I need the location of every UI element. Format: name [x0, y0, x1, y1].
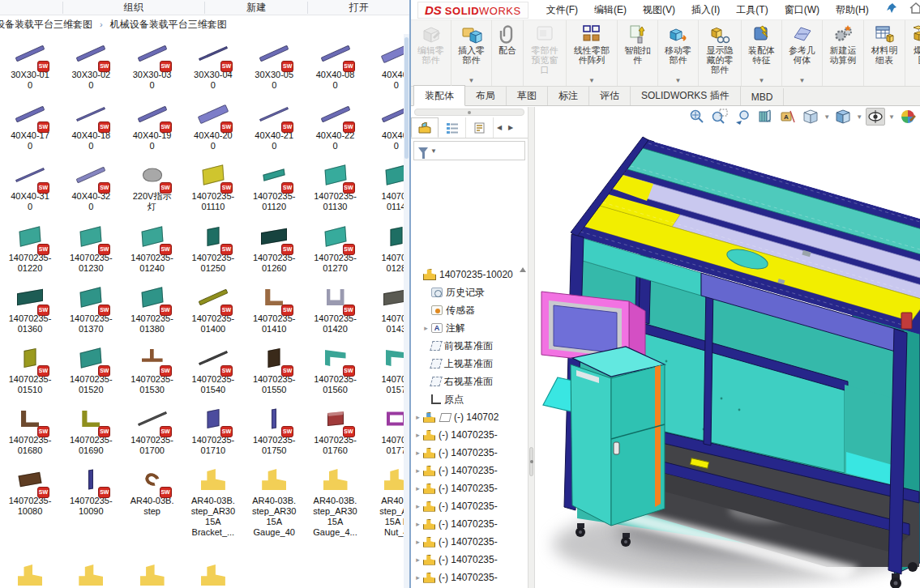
file-item[interactable]: SW14070235-01410 — [242, 283, 306, 334]
expand-arrow-icon[interactable]: ▸ — [413, 520, 423, 528]
file-item[interactable]: SW14070235-01420 — [304, 283, 367, 334]
tree-item-component[interactable]: ▸(-) 14070235- — [411, 444, 528, 462]
panel-splitter-horizontal[interactable] — [414, 109, 524, 116]
file-item[interactable]: SW14070235-01560 — [304, 343, 367, 395]
file-item[interactable]: SW30X30-040 — [182, 39, 245, 91]
tree-item-前视基准面[interactable]: 前视基准面 — [411, 337, 528, 355]
file-item[interactable]: SW40X40-0 — [365, 100, 404, 151]
ribbon-button-move-component[interactable]: 移动零部件▼ — [658, 20, 699, 86]
tree-item-原点[interactable]: 原点 — [411, 390, 528, 408]
menu-item[interactable]: 插入(I) — [683, 0, 728, 20]
file-item[interactable]: SW14070235-01540 — [182, 343, 245, 395]
file-item[interactable]: SW40X40-180 — [59, 100, 122, 151]
file-item[interactable]: SW14070235-01400 — [182, 283, 245, 334]
explorer-scrollbar[interactable] — [404, 34, 409, 588]
file-item[interactable]: SW30X30-020 — [59, 39, 122, 91]
file-item[interactable]: SW14070235-01360 — [0, 283, 62, 334]
file-item[interactable]: SW14070235-01550 — [242, 343, 306, 395]
tree-item-component[interactable]: ▸(-) 14070235- — [411, 569, 528, 586]
tree-filter[interactable]: ▼ — [413, 141, 525, 160]
file-item[interactable]: SW40X40-200 — [182, 100, 245, 151]
display-style-dropdown-icon[interactable]: ▼ — [856, 113, 862, 121]
file-item[interactable]: SW1407020114 — [365, 160, 404, 212]
tree-item-传感器[interactable]: 传感器 — [411, 301, 528, 319]
tree-item-component[interactable]: ▸(-) 14070235- — [411, 515, 528, 533]
command-organize[interactable]: 组织 — [63, 1, 204, 15]
previous-view[interactable] — [733, 108, 752, 126]
tree-item-历史记录[interactable]: 历史记录 — [411, 283, 528, 301]
file-item[interactable]: SW1407020143 — [365, 283, 404, 334]
tab-草图[interactable]: 草图 — [507, 86, 548, 105]
expand-arrow-icon[interactable]: ▸ — [413, 484, 423, 492]
pin-icon[interactable] — [886, 2, 897, 17]
tree-item-右视基准面[interactable]: 右视基准面 — [411, 373, 528, 390]
expand-arrow-icon[interactable]: ▸ — [413, 431, 423, 439]
tab-装配体[interactable]: 装配体 — [413, 85, 465, 106]
command-open[interactable]: 打开 — [308, 1, 409, 15]
view-orientation-dropdown-icon[interactable]: ▼ — [824, 113, 830, 121]
tree-root[interactable]: 14070235-10020 — [411, 266, 528, 283]
file-item[interactable]: SW14070235-01250 — [182, 222, 245, 274]
expand-arrow-icon[interactable]: ▸ — [413, 556, 423, 564]
panel-splitter-vertical[interactable] — [528, 107, 535, 588]
tab-scroll-left-icon[interactable]: ◀ — [494, 117, 505, 138]
file-item[interactable]: SW30X30-010 — [0, 39, 62, 91]
file-item[interactable]: SW40X40-210 — [242, 100, 306, 151]
file-item[interactable]: SW14070235-01120 — [242, 160, 306, 212]
file-item[interactable]: SW14070235-01220 — [0, 222, 62, 274]
tree-item-注解[interactable]: ▸A注解 — [411, 319, 528, 337]
tree-item-component[interactable]: ▸(-) 14070235- — [411, 497, 528, 515]
tab-标注[interactable]: 标注 — [548, 86, 589, 105]
file-item[interactable]: SW40X40-320 — [59, 160, 122, 212]
file-item[interactable]: SW40X40-220 — [304, 100, 367, 151]
tab-configuration-manager[interactable] — [466, 117, 494, 138]
menu-item[interactable]: 编辑(E) — [586, 0, 635, 20]
file-item[interactable]: SW14070235-01260 — [242, 222, 306, 274]
ribbon-button-insert-component[interactable]: 插入零部件▼ — [451, 20, 492, 86]
file-item[interactable]: SWAR40-03B.step — [121, 465, 184, 517]
ribbon-button-motion-study[interactable]: 新建运动算例 — [823, 20, 864, 86]
expand-arrow-icon[interactable]: ▸ — [413, 573, 423, 582]
file-item[interactable]: SW1407020177 — [365, 404, 404, 456]
tree-item-component[interactable]: ▸(-) 14070235- — [411, 551, 528, 569]
file-item[interactable]: AR40-03B.step_AR3015AGauge_40 — [242, 465, 306, 538]
section-view[interactable] — [755, 108, 775, 126]
menu-item[interactable]: 帮助(H) — [828, 0, 877, 20]
breadcrumb-item-parent[interactable]: 设备装载平台三维套图 — [0, 18, 92, 32]
tree-item-component[interactable]: ▸(-) 14070235- — [411, 426, 528, 444]
tree-item-subassembly[interactable]: ▸(-) 140702 — [411, 408, 528, 426]
3d-viewport[interactable]: A▼▼▼ — [535, 107, 920, 588]
expand-arrow-icon[interactable]: ▸ — [413, 538, 423, 546]
hide-show-items[interactable] — [866, 108, 885, 126]
file-item[interactable]: SW14070235-01700 — [121, 404, 184, 456]
file-item[interactable]: SW14070235-01130 — [304, 160, 367, 212]
hide-show-items-dropdown-icon[interactable]: ▼ — [888, 113, 895, 121]
file-item[interactable]: SW14070235-01680 — [0, 404, 62, 456]
tab-feature-tree[interactable] — [411, 117, 439, 138]
file-item[interactable]: SW1407020128 — [365, 222, 404, 274]
tab-scroll-right-icon[interactable]: ▶ — [505, 117, 516, 138]
file-item[interactable]: SW14070235-01710 — [182, 404, 245, 456]
ribbon-button-smart-fasteners[interactable]: 智能扣件 — [618, 20, 658, 86]
view-orientation[interactable] — [801, 108, 820, 126]
ribbon-button-assembly-features[interactable]: 装配体特征▼ — [742, 20, 782, 86]
file-item[interactable]: SW14070235-01110 — [182, 160, 245, 212]
display-style[interactable] — [833, 108, 853, 126]
file-item[interactable]: SW14070235-01530 — [121, 343, 184, 395]
tab-property-manager[interactable] — [439, 117, 466, 138]
expand-arrow-icon[interactable]: ▸ — [421, 324, 431, 332]
file-item[interactable]: SW1407020157 — [365, 343, 404, 395]
zoom-fit[interactable] — [687, 108, 707, 126]
file-item[interactable]: SW30X30-030 — [121, 39, 184, 91]
file-item[interactable]: SW14070235-01760 — [304, 404, 367, 456]
file-item[interactable]: SW14070235-01380 — [121, 283, 184, 334]
file-item[interactable]: SW14070235-01270 — [304, 222, 367, 274]
tree-scroll-up-icon[interactable] — [520, 267, 526, 272]
file-item[interactable]: SW14070235-10080 — [0, 465, 62, 517]
file-item[interactable]: SW40X40-190 — [121, 100, 184, 151]
file-item[interactable]: SW40X40-0 — [365, 39, 404, 91]
file-item[interactable] — [0, 560, 62, 588]
file-item[interactable]: SW14070235-01370 — [59, 283, 122, 334]
file-item[interactable]: SW14070235-01520 — [59, 343, 122, 395]
expand-arrow-icon[interactable]: ▸ — [413, 449, 423, 457]
